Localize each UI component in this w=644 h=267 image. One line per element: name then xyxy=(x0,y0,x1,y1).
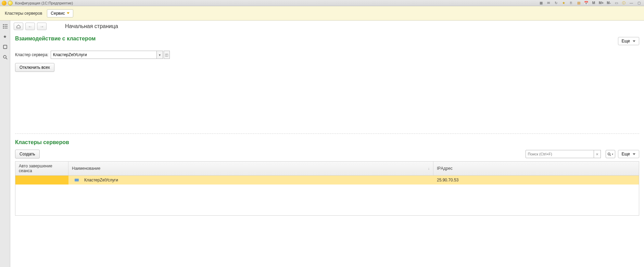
main-area: ★ ← → Начальная страница Взаимодействие … xyxy=(0,21,644,267)
back-button[interactable]: ← xyxy=(25,23,35,30)
column-ip[interactable]: IPАдрес xyxy=(433,162,639,175)
titlebar-right-icons: ▦ ✉ ↻ ★ ⎘ ▤ 📅 M M+ M- ▭ ⓘ — ▢ xyxy=(538,0,643,6)
chevron-down-icon xyxy=(67,12,70,14)
search-input[interactable] xyxy=(526,150,594,158)
service-label: Сервис xyxy=(51,11,65,16)
page-title: Начальная страница xyxy=(65,23,118,29)
memory-mminus-button[interactable]: M- xyxy=(606,0,612,6)
svg-point-1 xyxy=(4,24,5,25)
svg-point-10 xyxy=(3,55,6,58)
restore-icon[interactable]: ▢ xyxy=(636,0,642,6)
app-icon xyxy=(1,0,7,6)
svg-point-3 xyxy=(3,26,4,27)
dropdown-icon[interactable] xyxy=(8,0,13,6)
interaction-more-bar: Еще xyxy=(10,37,644,45)
interaction-more-button[interactable]: Еще xyxy=(618,37,639,45)
cell-name: КластерZelУслуги xyxy=(68,176,433,185)
toolbar-clusters-label[interactable]: Кластеры серверов xyxy=(5,11,42,16)
page-header: ← → Начальная страница xyxy=(10,21,644,31)
memory-mplus-button[interactable]: M+ xyxy=(598,0,604,6)
svg-point-7 xyxy=(4,28,5,29)
cell-ip: 25.90.70.53 xyxy=(433,176,639,185)
content-area: ← → Начальная страница Взаимодействие с … xyxy=(10,21,644,267)
info-icon[interactable]: ⓘ xyxy=(621,0,627,6)
table-header: Авто завершение сеанса Наименование ↓ IP… xyxy=(15,162,639,176)
tool-icon-4[interactable]: ⎘ xyxy=(568,0,574,6)
forward-button[interactable]: → xyxy=(37,23,47,30)
cluster-dropdown-button[interactable]: ▾ xyxy=(157,51,163,59)
search-dropdown-button[interactable]: ▾ xyxy=(606,150,615,158)
clusters-toolbar: Создать × ▾ Еще xyxy=(15,150,639,158)
cluster-open-button[interactable]: ◫ xyxy=(164,51,170,59)
main-toolbar: Кластеры серверов Сервис xyxy=(0,6,644,21)
clusters-title: Кластеры серверов xyxy=(15,139,639,145)
clusters-section: Кластеры серверов Создать × ▾ Еще xyxy=(10,134,644,216)
search-clear-button[interactable]: × xyxy=(594,150,601,158)
window-titlebar: Конфигурация (1С:Предприятие) ▦ ✉ ↻ ★ ⎘ … xyxy=(0,0,644,6)
table-body: КластерZelУслуги 25.90.70.53 xyxy=(15,176,639,215)
interaction-form: Кластер сервера: ▾ ◫ Отключить всех xyxy=(10,49,644,72)
calculator-icon[interactable]: ▤ xyxy=(576,0,582,6)
svg-point-8 xyxy=(6,28,7,29)
history-icon[interactable] xyxy=(2,44,8,50)
svg-point-6 xyxy=(3,28,4,29)
window-title: Конфигурация (1С:Предприятие) xyxy=(15,1,538,5)
cluster-input[interactable] xyxy=(51,51,157,59)
minimize-icon[interactable]: — xyxy=(628,0,634,6)
tool-icon-1[interactable]: ▦ xyxy=(538,0,544,6)
svg-point-2 xyxy=(6,24,7,25)
favorite-icon[interactable]: ★ xyxy=(560,0,567,6)
windows-icon[interactable]: ▭ xyxy=(613,0,619,6)
table-empty-area xyxy=(15,185,639,215)
clusters-more-button[interactable]: Еще xyxy=(618,150,639,158)
disconnect-all-button[interactable]: Отключить всех xyxy=(15,63,54,72)
spacer xyxy=(10,72,644,134)
clusters-table: Авто завершение сеанса Наименование ↓ IP… xyxy=(15,161,639,216)
table-row[interactable]: КластерZelУслуги 25.90.70.53 xyxy=(15,176,639,185)
service-dropdown-button[interactable]: Сервис xyxy=(47,9,73,17)
cluster-label: Кластер сервера: xyxy=(15,52,49,57)
create-button[interactable]: Создать xyxy=(15,150,40,158)
chevron-down-icon xyxy=(633,153,635,155)
home-button[interactable] xyxy=(14,23,23,30)
svg-point-4 xyxy=(4,26,5,27)
search-wrap: × xyxy=(526,150,601,158)
cluster-row: Кластер сервера: ▾ ◫ xyxy=(15,51,639,59)
calendar-icon[interactable]: 📅 xyxy=(583,0,589,6)
tool-icon-2[interactable]: ✉ xyxy=(545,0,552,6)
svg-point-5 xyxy=(6,26,7,27)
svg-point-0 xyxy=(3,24,4,25)
memory-m-button[interactable]: M xyxy=(591,0,597,6)
row-item-icon xyxy=(75,179,79,181)
svg-point-11 xyxy=(608,153,610,155)
left-sidebar: ★ xyxy=(0,21,10,267)
column-auto-end[interactable]: Авто завершение сеанса xyxy=(15,162,68,175)
cell-auto xyxy=(15,176,68,185)
cluster-combo: ▾ ◫ xyxy=(51,51,170,59)
tool-icon-3[interactable]: ↻ xyxy=(553,0,559,6)
sort-indicator-icon: ↓ xyxy=(428,167,430,170)
apps-icon[interactable] xyxy=(2,23,8,29)
svg-rect-9 xyxy=(3,45,7,49)
star-icon[interactable]: ★ xyxy=(2,34,8,40)
search-icon[interactable] xyxy=(2,54,8,60)
column-name[interactable]: Наименование ↓ xyxy=(68,162,433,175)
chevron-down-icon xyxy=(633,40,635,42)
